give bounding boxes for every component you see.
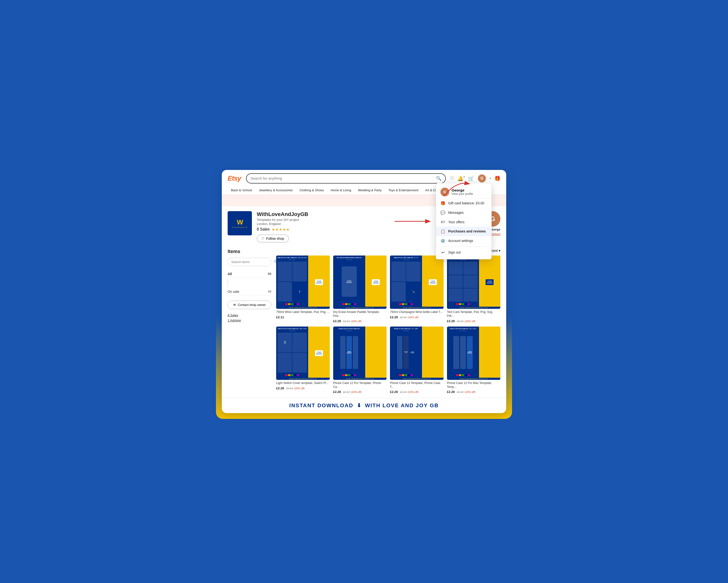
messages-icon: 💬 [440, 211, 445, 215]
product-discount-6: (10% off) [408, 391, 418, 393]
product-old-price-7: £2.14 [457, 391, 464, 393]
product-card-4[interactable]: SWITCH PLATE COVER TEMPLATE - 4.53" × 2.… [276, 327, 330, 394]
header-icons: ♡ 🔔 ▾ 🛒 G ▾ 🎁 [450, 174, 500, 183]
dropdown-account-settings[interactable]: ⚙️ Account settings [436, 236, 491, 246]
product-discount-2: (10% off) [408, 316, 418, 319]
product-image-7: PHONE 12 PRO MAX TEMPLATE - 2.8" × 1.48"… [447, 327, 501, 380]
dropdown-header: G George View your profile [436, 185, 491, 198]
product-price-6: £2.28 [390, 390, 398, 394]
footer-left-text: INSTANT DOWNLOAD [289, 402, 353, 409]
nav-home-living[interactable]: Home & Living [327, 186, 355, 194]
product-title-5: Phone Case 12 Pro Template, Phone Ca... [333, 381, 387, 389]
product-title-3: Tent Card Template, Psd, Png, Svg, Pdf,.… [447, 310, 501, 318]
dropdown-settings-label: Account settings [448, 239, 473, 243]
search-icon-button[interactable]: 🔍 [436, 176, 441, 181]
product-card-2[interactable]: WINE BOTTLE LABEL TEMPLATE - 4" × 4" 11 … [390, 255, 444, 323]
sign-out-icon: ↩ [440, 250, 445, 255]
footer-right-text: WITH LOVE AND JOY GB [365, 402, 439, 409]
product-card-3[interactable]: TENT CARD TEMPLATE - 3.5" × 2.5" 11 x 8.… [447, 255, 501, 323]
dropdown-avatar: G [440, 188, 449, 196]
account-dropdown: G George View your profile 🎁 Gift card b… [436, 183, 492, 259]
sort-chevron-icon: ▾ [499, 249, 500, 253]
filter-all[interactable]: All 50 [228, 270, 271, 278]
dropdown-gift-card-label: Gift card balance: £0.00 [448, 201, 484, 205]
notifications-button[interactable]: 🔔 [458, 175, 464, 181]
dropdown-username: George [451, 188, 473, 192]
admirer-link[interactable]: 1 Admirer [228, 318, 271, 322]
product-card-6[interactable]: PHONE 13 CASE TEMPLATE - 3.1" × 6.05" 11… [390, 327, 444, 394]
shop-logo-letter: W [232, 218, 247, 226]
purchases-icon: 📋 [440, 229, 445, 234]
product-title-0: 750ml Wine Label Template, Psd, Png, ... [276, 310, 330, 314]
sales-link[interactable]: 8 Sales [228, 313, 271, 317]
product-price-1: £2.28 [333, 319, 341, 323]
offers-icon: 🏷 [440, 220, 445, 224]
product-title-7: Phone Case 12 Pro Max Template, Temp... [447, 381, 501, 389]
product-price-5: £2.28 [333, 390, 341, 394]
dropdown-messages[interactable]: 💬 Messages [436, 208, 491, 217]
product-discount-1: (10% off) [350, 320, 361, 323]
product-price-3: £2.28 [447, 319, 455, 323]
message-icon: ✉ [233, 303, 236, 307]
product-card-1[interactable]: DRY ERASE ANSWER PADDLE TEMPLATE 11 x 8.… [333, 255, 387, 323]
follow-shop-label: Follow shop [266, 237, 284, 241]
product-image-3: TENT CARD TEMPLATE - 3.5" × 2.5" 11 x 8.… [447, 255, 501, 309]
nav-clothing[interactable]: Clothing & Shoes [296, 186, 327, 194]
seller-button[interactable]: 🎁 [494, 175, 500, 181]
product-old-price-3: £2.14 [457, 320, 464, 323]
product-discount-7: (10% off) [465, 391, 475, 393]
product-card-0[interactable]: WINE BOTTLE LABEL TEMPLATE - size: 3.5" … [276, 255, 330, 323]
nav-back-to-school[interactable]: Back to School [228, 186, 256, 194]
heart-icon: ♡ [261, 237, 264, 241]
product-image-1: DRY ERASE ANSWER PADDLE TEMPLATE 11 x 8.… [333, 255, 387, 309]
main-content: Items 🔍 All 50 On sale 49 ✉ Contact shop… [222, 245, 506, 398]
wishlist-button[interactable]: ♡ [450, 175, 454, 181]
product-old-price-6: £2.14 [400, 391, 407, 393]
dropdown-sign-out[interactable]: ↩ Sign out [436, 248, 491, 257]
search-items-input[interactable] [231, 260, 272, 264]
nav-toys[interactable]: Toys & Entertainment [385, 186, 422, 194]
nav-jewellery[interactable]: Jewellery & Accessories [256, 186, 296, 194]
account-avatar-button[interactable]: G [477, 174, 486, 183]
product-image-2: WINE BOTTLE LABEL TEMPLATE - 4" × 4" 11 … [390, 255, 444, 309]
product-price-0: £2.11 [276, 315, 284, 319]
dropdown-gift-card[interactable]: 🎁 Gift card balance: £0.00 [436, 198, 491, 208]
dropdown-your-offers[interactable]: 🏷 Your offers [436, 217, 491, 227]
settings-icon: ⚙️ [440, 239, 445, 243]
product-image-5: PHONE CASE 12/12 PRO TEMPLATE 11 x 8.5 s… [333, 327, 387, 380]
contact-shop-label: Contact shop owner [238, 303, 266, 307]
product-image-4: SWITCH PLATE COVER TEMPLATE - 4.53" × 2.… [276, 327, 330, 380]
sidebar: Items 🔍 All 50 On sale 49 ✉ Contact shop… [228, 249, 276, 394]
search-input[interactable] [251, 176, 434, 181]
product-card-5[interactable]: PHONE CASE 12/12 PRO TEMPLATE 11 x 8.5 s… [333, 327, 387, 394]
filter-all-label: All [228, 272, 232, 276]
contact-shop-owner-button[interactable]: ✉ Contact shop owner [228, 301, 271, 309]
bell-chevron: ▾ [464, 175, 465, 181]
dropdown-view-profile[interactable]: View your profile [451, 192, 473, 196]
product-old-price-4: £2.14 [286, 387, 293, 390]
product-old-price-1: £2.14 [343, 320, 350, 323]
follow-shop-button[interactable]: ♡ Follow shop [257, 235, 289, 243]
product-card-7[interactable]: PHONE 12 PRO MAX TEMPLATE - 2.8" × 1.48"… [447, 327, 501, 394]
product-grid: WINE BOTTLE LABEL TEMPLATE - size: 3.5" … [276, 255, 500, 394]
cart-button[interactable]: 🛒 [468, 175, 474, 181]
product-title-6: Phone Case 13 Template, Phone Case T... [390, 381, 444, 389]
product-old-price-2: £2.14 [400, 316, 407, 319]
shop-stars: ★★★★★ [271, 227, 290, 232]
etsy-logo: Etsy [228, 174, 242, 182]
product-title-1: Dry Erase Answer Paddle Template, Psd... [333, 310, 387, 318]
nav-wedding[interactable]: Wedding & Party [355, 186, 385, 194]
product-price-4: £2.28 [276, 386, 284, 390]
search-bar: 🔍 [246, 173, 446, 184]
dropdown-your-offers-label: Your offers [448, 220, 465, 224]
dropdown-purchases-reviews[interactable]: 📋 Purchases and reviews [436, 227, 491, 236]
product-area: Sort: Most Recent ▾ WINE BOTTLE LABEL TE… [276, 249, 500, 394]
download-icon: ⬇ [357, 402, 362, 409]
product-price-7: £2.28 [447, 390, 455, 394]
filter-on-sale[interactable]: On sale 49 [228, 288, 271, 296]
product-image-6: PHONE 13 CASE TEMPLATE - 3.1" × 6.05" 11… [390, 327, 444, 380]
dropdown-sign-out-label: Sign out [448, 250, 461, 254]
product-discount-3: (10% off) [465, 320, 475, 323]
dropdown-messages-label: Messages [448, 211, 464, 215]
product-discount-5: (10% off) [350, 391, 361, 393]
